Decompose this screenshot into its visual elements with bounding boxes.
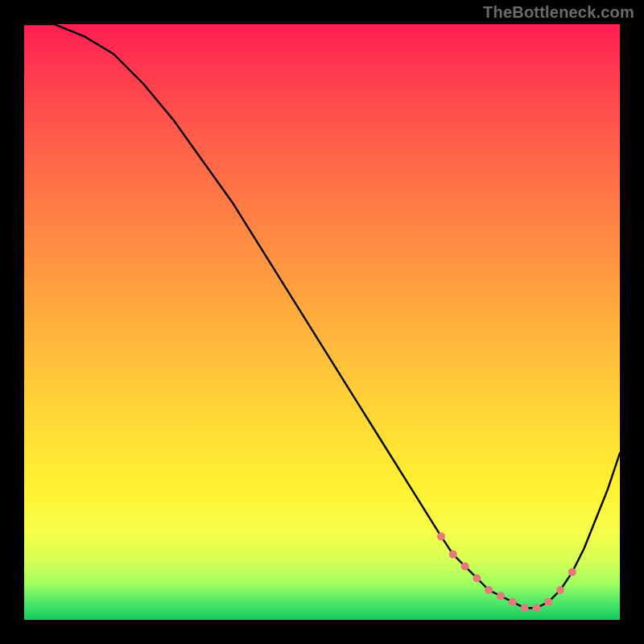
chart-frame: TheBottleneck.com: [0, 0, 644, 644]
curve-marker: [449, 551, 457, 559]
curve-marker: [521, 604, 529, 612]
plot-area: [24, 24, 620, 620]
curve-marker: [437, 532, 445, 540]
curve-marker: [485, 586, 493, 594]
watermark: TheBottleneck.com: [483, 3, 634, 22]
curve-marker: [556, 586, 564, 594]
curve-marker: [509, 598, 517, 606]
curve-marker: [461, 562, 469, 570]
curve-layer: [24, 24, 620, 620]
curve-marker: [568, 568, 576, 576]
bottleneck-curve: [24, 24, 620, 608]
curve-marker: [544, 598, 552, 606]
curve-marker: [473, 574, 481, 582]
curve-marker: [532, 604, 540, 612]
curve-marker: [497, 592, 505, 600]
